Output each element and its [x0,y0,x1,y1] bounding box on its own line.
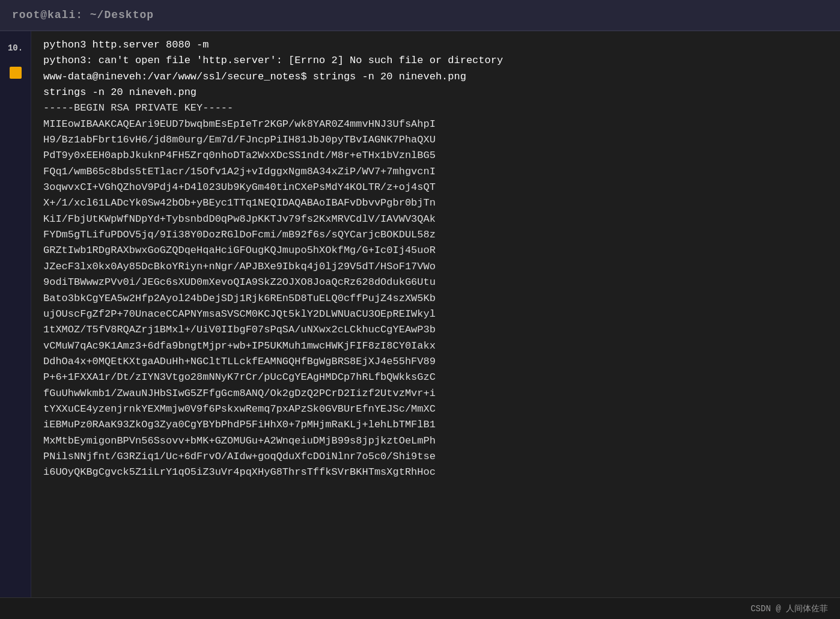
terminal-line: tYXXuCE4yzenjrnkYEXMmjw0V9f6PskxwRemq7px… [43,401,828,417]
terminal-line: JZecF3lx0kx0Ay85DcBkoYRiyn+nNgr/APJBXe9I… [43,259,828,275]
terminal-line: python3: can't open file 'http.server': … [43,53,828,69]
terminal-line: ujOUscFgZf2P+70UnaceCCAPNYmsaSVSCM0KCJQt… [43,306,828,322]
terminal-line: P+6+1FXXA1r/Dt/zIYN3Vtgo28mNNyK7rCr/pUcC… [43,370,828,385]
left-sidebar: 10. [0,31,31,597]
terminal-line: GRZtIwb1RDgRAXbwxGoGZQDqeHqaHciGFOugKQJm… [43,243,828,258]
terminal-line: X+/1/xcl61LADcYk0Sw42bOb+yBEyc1TTq1NEQID… [43,195,828,211]
terminal-line: www-data@nineveh:/var/www/ssl/secure_not… [43,69,828,85]
terminal-line: 3oqwvxCI+VGhQZhoV9Pdj4+D4l023Ub9KyGm40ti… [43,180,828,195]
sidebar-icon-item [4,62,28,84]
terminal-line: iEBMuPz0RAaK93ZkOg3Zya0CgYBYbPhdP5FiHhX0… [43,417,828,433]
terminal-line: MxMtbEymigonBPVn56Ssovv+bMK+GZOMUGu+A2Wn… [43,433,828,449]
terminal-line: PNilsNNjfnt/G3RZiq1/Uc+6dFrvO/AIdw+goqQd… [43,449,828,465]
terminal-line: FYDm5gTLifuPDOV5jq/9Ii38Y0DozRGlDoFcmi/m… [43,227,828,243]
bottom-bar: CSDN @ 人间体佐菲 [0,597,840,619]
terminal-output: python3 http.server 8080 -mpython3: can'… [43,37,828,481]
top-bar-title: root@kali: ~/Desktop [12,9,154,21]
watermark-label: CSDN @ 人间体佐菲 [750,603,828,614]
terminal-line: strings -n 20 nineveh.png [43,85,828,100]
terminal-line: H9/Bz1abFbrt16vH6/jd8m0urg/Em7d/FJncpPiI… [43,132,828,148]
terminal-line: PdT9y0xEEH0apbJkuknP4FH5Zrq0nhoDTa2WxXDc… [43,148,828,163]
top-bar: root@kali: ~/Desktop [0,0,840,31]
main-content: 10. python3 http.server 8080 -mpython3: … [0,31,840,597]
terminal-line: KiI/FbjUtKWpWfNDpYd+TybsnbdD0qPw8JpKKTJv… [43,212,828,227]
terminal-content[interactable]: python3 http.server 8080 -mpython3: can'… [31,31,840,597]
sidebar-line-number: 10. [4,37,28,59]
terminal-line: Bato3bkCgYEA5w2Hfp2Ayol24bDejSDj1Rjk6REn… [43,291,828,306]
terminal-line: MIIEowIBAAKCAQEAri9EUD7bwqbmEsEpIeTr2KGP… [43,117,828,132]
terminal-line: i6UOyQKBgCgvck5Z1iLrY1qO5iZ3uVr4pqXHyG8T… [43,465,828,480]
terminal-line: 1tXMOZ/T5fV8RQAZrj1BMxl+/UiV0IIbgF07sPqS… [43,322,828,338]
terminal-line: 9odiTBWwwzPVv0i/JEGc6sXUD0mXevoQIA9SkZ2O… [43,275,828,290]
terminal-line: fGuUhwWkmb1/ZwauNJHbSIwG5ZFfgGcm8ANQ/Ok2… [43,386,828,401]
terminal-container: root@kali: ~/Desktop 10. python3 http.se… [0,0,840,619]
terminal-line: DdhOa4x+0MQEtKXtgaADuHh+NGCltTLLckfEAMNG… [43,354,828,370]
sidebar-icon [10,67,22,79]
terminal-line: vCMuW7qAc9K1Amz3+6dfa9bngtMjpr+wb+IP5UKM… [43,338,828,354]
sidebar-line-label: 10. [8,43,23,53]
terminal-line: -----BEGIN RSA PRIVATE KEY----- [43,100,828,116]
terminal-line: python3 http.server 8080 -m [43,37,828,53]
terminal-line: FQq1/wmB65c8bds5tETlacr/15Ofv1A2j+vIdggx… [43,164,828,180]
